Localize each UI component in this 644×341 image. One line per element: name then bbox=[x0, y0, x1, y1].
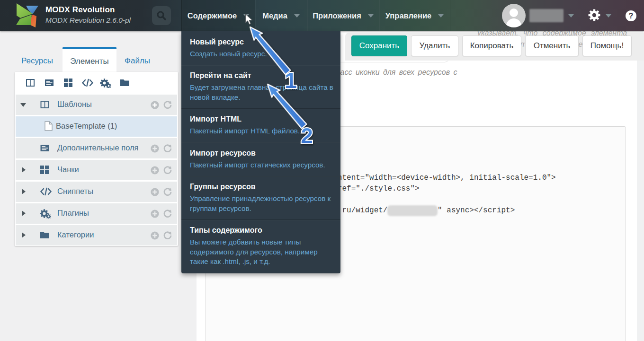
chevron-down-icon bbox=[368, 14, 374, 17]
snippets-toolbar-icon[interactable] bbox=[81, 78, 94, 87]
tree-row-label: Категории bbox=[57, 230, 94, 239]
menu-item-label: Содержимое bbox=[188, 11, 237, 20]
help-button[interactable]: ? bbox=[626, 10, 636, 21]
add-icon[interactable] bbox=[150, 166, 160, 175]
menu-item-label: Управление bbox=[385, 11, 432, 20]
scrollbar-track[interactable] bbox=[637, 61, 644, 341]
snippets-icon bbox=[40, 187, 52, 196]
menu-option-desc: Создать новый ресурс. bbox=[190, 49, 335, 59]
add-icon[interactable] bbox=[150, 144, 160, 153]
chevron-down-icon[interactable] bbox=[606, 14, 611, 17]
plugins-toolbar-icon[interactable] bbox=[100, 78, 111, 88]
refresh-icon[interactable] bbox=[163, 166, 172, 175]
add-icon[interactable] bbox=[150, 187, 160, 197]
refresh-icon[interactable] bbox=[163, 187, 172, 197]
menu-item-management[interactable]: Управление bbox=[379, 0, 450, 31]
tree-row-label: Плагины bbox=[57, 209, 89, 218]
chevron-down-icon bbox=[294, 14, 300, 17]
menu-option-desc: Пакетный импорт HTML файлов. bbox=[190, 126, 335, 136]
help-button-main[interactable]: Помощь! bbox=[582, 35, 632, 56]
gear-icon[interactable] bbox=[588, 9, 601, 22]
elements-tree-panel: Шаблоны BaseTemplate (1) Дополнительные … bbox=[15, 72, 178, 246]
menu-option-title: Импорт ресурсов bbox=[190, 149, 335, 157]
tree-row-chunks[interactable]: Чанки bbox=[16, 160, 177, 180]
expand-arrow-icon[interactable] bbox=[22, 167, 26, 173]
refresh-icon[interactable] bbox=[163, 100, 172, 110]
delete-button[interactable]: Удалить bbox=[411, 35, 458, 56]
modx-logo-icon[interactable] bbox=[16, 3, 42, 28]
tree-row-snippets[interactable]: Сниппеты bbox=[16, 182, 177, 202]
menu-option-title: Перейти на сайт bbox=[190, 71, 335, 80]
menu-item-media[interactable]: Медиа bbox=[255, 0, 307, 31]
folder-toolbar-icon[interactable] bbox=[120, 78, 130, 87]
tree-toolbar bbox=[15, 72, 178, 95]
help-button-label: Помощь! bbox=[590, 36, 624, 56]
menu-item-content[interactable]: Содержимое bbox=[181, 0, 255, 31]
menu-option-view-site[interactable]: Перейти на сайт Будет загружена главная … bbox=[181, 65, 340, 108]
templates-icon bbox=[40, 100, 50, 109]
expand-arrow-icon[interactable] bbox=[22, 189, 26, 194]
file-icon bbox=[45, 121, 53, 131]
left-sidebar: Ресурсы Элементы Файлы Шаблоны bbox=[0, 31, 197, 341]
tree-row-basetemplate[interactable]: BaseTemplate (1) bbox=[16, 116, 177, 137]
tree-row-tvs[interactable]: Дополнительные поля bbox=[16, 138, 177, 158]
tree-row-plugins[interactable]: Плагины bbox=[16, 203, 177, 224]
tree-row-label: Шаблоны bbox=[57, 100, 92, 109]
menu-option-import-resources[interactable]: Импорт ресурсов Пакетный импорт статичес… bbox=[181, 142, 340, 176]
user-avatar[interactable] bbox=[502, 4, 526, 27]
menu-option-title: Импорт HTML bbox=[190, 114, 335, 123]
expand-arrow-icon[interactable] bbox=[22, 232, 26, 238]
tree-row-label: Дополнительные поля bbox=[57, 143, 139, 152]
refresh-icon[interactable] bbox=[163, 144, 172, 153]
menu-item-label: Приложения bbox=[313, 11, 361, 20]
refresh-icon[interactable] bbox=[163, 231, 172, 240]
icon-class-hint-text: класс иконки для всех ресурсов с bbox=[332, 68, 457, 77]
brand-title: MODX Revolution bbox=[45, 5, 131, 15]
brand-subtitle: MODX Revolution 2.6.0-pl bbox=[45, 16, 131, 25]
tab-files[interactable]: Файлы bbox=[125, 56, 150, 66]
collapse-arrow-icon[interactable] bbox=[20, 103, 26, 107]
top-bar: MODX Revolution MODX Revolution 2.6.0-pl… bbox=[0, 0, 644, 31]
username-blurred[interactable] bbox=[529, 9, 564, 22]
add-icon[interactable] bbox=[150, 209, 160, 219]
copy-button[interactable]: Копировать bbox=[462, 35, 521, 56]
top-menu: Содержимое Медиа Приложения Управление bbox=[181, 0, 450, 31]
search-button[interactable] bbox=[152, 6, 171, 25]
tree-row-label: Сниппеты bbox=[57, 187, 93, 196]
menu-item-apps[interactable]: Приложения bbox=[307, 0, 379, 31]
menu-option-title: Новый ресурс bbox=[190, 37, 335, 46]
tab-resources[interactable]: Ресурсы bbox=[21, 56, 53, 66]
chunks-toolbar-icon[interactable] bbox=[63, 78, 73, 87]
save-button-label: Сохранить bbox=[359, 36, 399, 56]
copy-button-label: Копировать bbox=[470, 36, 514, 56]
add-icon[interactable] bbox=[150, 231, 160, 240]
cancel-button[interactable]: Отменить bbox=[525, 35, 579, 56]
tv-toolbar-icon[interactable] bbox=[45, 78, 54, 87]
tree-row-categories[interactable]: Категории bbox=[16, 225, 177, 245]
tree-row-label: Чанки bbox=[57, 165, 79, 174]
content-dropdown-menu: Новый ресурс Создать новый ресурс. Перей… bbox=[181, 31, 340, 273]
tab-elements[interactable]: Элементы bbox=[63, 47, 116, 73]
save-button[interactable]: Сохранить bbox=[351, 35, 407, 56]
templates-toolbar-icon[interactable] bbox=[26, 78, 35, 87]
menu-option-desc: Будет загружена главная страница сайта в… bbox=[190, 83, 335, 102]
chevron-down-icon[interactable] bbox=[568, 14, 574, 17]
cancel-button-label: Отменить bbox=[534, 36, 571, 56]
tree-row-templates[interactable]: Шаблоны bbox=[16, 95, 177, 115]
menu-option-new-resource[interactable]: Новый ресурс Создать новый ресурс. bbox=[181, 31, 340, 65]
menu-option-import-html[interactable]: Импорт HTML Пакетный импорт HTML файлов. bbox=[181, 108, 340, 142]
folder-icon bbox=[40, 230, 50, 239]
menu-option-desc: Пакетный импорт статических ресурсов. bbox=[190, 160, 335, 170]
expand-arrow-icon[interactable] bbox=[22, 210, 26, 216]
menu-item-label: Медиа bbox=[262, 11, 287, 20]
menu-option-content-types[interactable]: Типы содержимого Вы можете добавить новы… bbox=[181, 219, 340, 273]
brand-text: MODX Revolution MODX Revolution 2.6.0-pl bbox=[45, 5, 131, 25]
tree-row-label: BaseTemplate (1) bbox=[56, 122, 117, 131]
menu-option-desc: Управление принадлежностью ресурсов к гр… bbox=[190, 194, 335, 213]
add-icon[interactable] bbox=[150, 100, 160, 110]
menu-option-title: Группы ресурсов bbox=[190, 182, 335, 191]
tab-elements-label: Элементы bbox=[70, 57, 109, 66]
refresh-icon[interactable] bbox=[163, 209, 172, 219]
code-segment: " async></script> bbox=[438, 206, 515, 215]
menu-option-resource-groups[interactable]: Группы ресурсов Управление принадлежност… bbox=[181, 176, 340, 219]
